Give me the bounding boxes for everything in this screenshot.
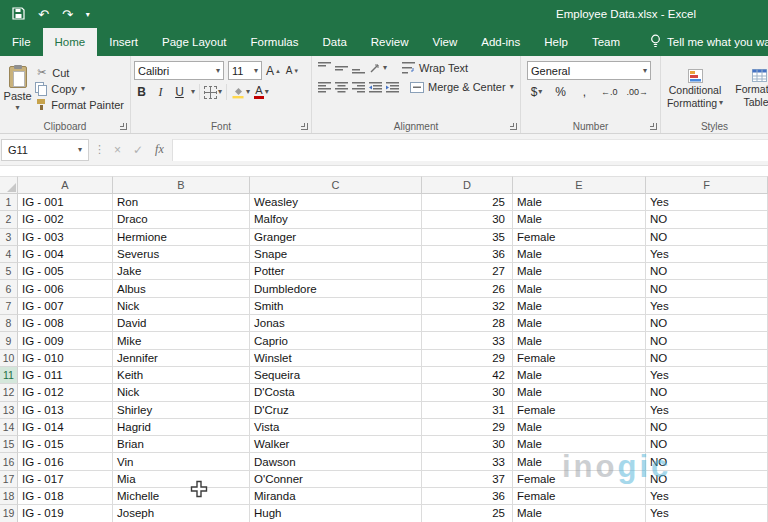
cell-B11[interactable]: Keith xyxy=(113,367,250,384)
font-color-button[interactable]: A▾ xyxy=(254,85,269,99)
cell-A11[interactable]: IG - 011 xyxy=(18,367,113,384)
cell-C6[interactable]: Dumbledore xyxy=(250,280,422,297)
column-header-A[interactable]: A xyxy=(18,176,113,194)
cell-E6[interactable]: Male xyxy=(513,280,646,297)
cell-D13[interactable]: 31 xyxy=(422,402,513,419)
cell-E13[interactable]: Female xyxy=(513,402,646,419)
cell-F10[interactable]: NO xyxy=(646,350,768,367)
formula-bar-handle[interactable]: ⋮ xyxy=(89,143,110,156)
select-all-button[interactable] xyxy=(0,176,18,194)
row-header-8[interactable]: 8 xyxy=(0,315,18,332)
orientation-button[interactable]: ▾ xyxy=(369,62,387,74)
column-header-D[interactable]: D xyxy=(422,176,513,194)
tab-insert[interactable]: Insert xyxy=(97,28,150,56)
underline-dropdown-icon[interactable]: ▾ xyxy=(191,88,195,96)
cell-F2[interactable]: NO xyxy=(646,211,768,228)
number-dialog-launcher-icon[interactable] xyxy=(650,123,657,130)
cell-E4[interactable]: Male xyxy=(513,246,646,263)
row-header-4[interactable]: 4 xyxy=(0,246,18,263)
cell-A5[interactable]: IG - 005 xyxy=(18,263,113,280)
row-header-14[interactable]: 14 xyxy=(0,419,18,436)
cell-D2[interactable]: 30 xyxy=(422,211,513,228)
row-header-9[interactable]: 9 xyxy=(0,332,18,349)
cell-C19[interactable]: Hugh xyxy=(250,505,422,522)
cell-F11[interactable]: Yes xyxy=(646,367,768,384)
cell-A17[interactable]: IG - 017 xyxy=(18,471,113,488)
cell-A14[interactable]: IG - 014 xyxy=(18,419,113,436)
decrease-font-size-button[interactable]: A▼ xyxy=(285,65,300,76)
row-header-5[interactable]: 5 xyxy=(0,263,18,280)
save-icon[interactable] xyxy=(12,7,25,22)
cell-D18[interactable]: 36 xyxy=(422,488,513,505)
tab-team[interactable]: Team xyxy=(580,28,632,56)
cell-B17[interactable]: Mia xyxy=(113,471,250,488)
increase-indent-icon[interactable] xyxy=(386,82,399,93)
increase-font-size-button[interactable]: A▲ xyxy=(266,64,281,78)
cell-E8[interactable]: Male xyxy=(513,315,646,332)
cell-E17[interactable]: Female xyxy=(513,471,646,488)
cell-B1[interactable]: Ron xyxy=(113,194,250,211)
paste-button[interactable]: Paste ▾ xyxy=(3,59,32,118)
cell-F17[interactable]: NO xyxy=(646,471,768,488)
cell-D10[interactable]: 29 xyxy=(422,350,513,367)
cell-C5[interactable]: Potter xyxy=(250,263,422,280)
cell-E3[interactable]: Female xyxy=(513,229,646,246)
cell-D1[interactable]: 25 xyxy=(422,194,513,211)
italic-button[interactable]: I xyxy=(153,85,168,100)
cell-B12[interactable]: Nick xyxy=(113,384,250,401)
cell-C12[interactable]: D'Costa xyxy=(250,384,422,401)
row-header-13[interactable]: 13 xyxy=(0,402,18,419)
comma-style-button[interactable]: , xyxy=(577,85,592,99)
column-header-F[interactable]: F xyxy=(646,176,768,194)
align-middle-icon[interactable] xyxy=(335,62,348,74)
cell-F9[interactable]: NO xyxy=(646,332,768,349)
row-header-2[interactable]: 2 xyxy=(0,211,18,228)
cell-B15[interactable]: Brian xyxy=(113,436,250,453)
bold-button[interactable]: B xyxy=(134,85,149,99)
cell-B8[interactable]: David xyxy=(113,315,250,332)
cell-C17[interactable]: O'Conner xyxy=(250,471,422,488)
cell-F5[interactable]: NO xyxy=(646,263,768,280)
cell-D9[interactable]: 33 xyxy=(422,332,513,349)
row-header-3[interactable]: 3 xyxy=(0,229,18,246)
row-header-17[interactable]: 17 xyxy=(0,471,18,488)
cell-E15[interactable]: Male xyxy=(513,436,646,453)
cell-E19[interactable]: Male xyxy=(513,505,646,522)
tab-file[interactable]: File xyxy=(0,28,43,56)
cell-B9[interactable]: Mike xyxy=(113,332,250,349)
row-header-16[interactable]: 16 xyxy=(0,453,18,470)
borders-button[interactable]: ▾ xyxy=(204,86,222,99)
format-as-table-button[interactable]: Format as Table▾ xyxy=(728,59,768,118)
column-header-B[interactable]: B xyxy=(113,176,250,194)
cell-C3[interactable]: Granger xyxy=(250,229,422,246)
cell-C7[interactable]: Smith xyxy=(250,298,422,315)
decrease-indent-icon[interactable] xyxy=(369,82,382,93)
cell-C2[interactable]: Malfoy xyxy=(250,211,422,228)
cell-F6[interactable]: NO xyxy=(646,280,768,297)
cell-E16[interactable]: Male xyxy=(513,453,646,470)
cell-E12[interactable]: Male xyxy=(513,384,646,401)
accounting-format-button[interactable]: $▾ xyxy=(529,85,544,99)
cell-A15[interactable]: IG - 015 xyxy=(18,436,113,453)
align-right-icon[interactable] xyxy=(352,82,365,93)
align-center-icon[interactable] xyxy=(335,82,348,93)
cell-F4[interactable]: Yes xyxy=(646,246,768,263)
cell-D15[interactable]: 30 xyxy=(422,436,513,453)
cell-F19[interactable]: Yes xyxy=(646,505,768,522)
wrap-text-button[interactable]: Wrap Text xyxy=(399,61,471,75)
cell-C16[interactable]: Dawson xyxy=(250,453,422,470)
cell-D7[interactable]: 32 xyxy=(422,298,513,315)
cell-F15[interactable]: NO xyxy=(646,436,768,453)
cell-D16[interactable]: 33 xyxy=(422,453,513,470)
cell-F7[interactable]: Yes xyxy=(646,298,768,315)
cell-F1[interactable]: Yes xyxy=(646,194,768,211)
cell-E14[interactable]: Male xyxy=(513,419,646,436)
tell-me-box[interactable]: Tell me what you want to do xyxy=(642,28,768,56)
row-header-6[interactable]: 6 xyxy=(0,280,18,297)
cell-B2[interactable]: Draco xyxy=(113,211,250,228)
cell-C11[interactable]: Sequeira xyxy=(250,367,422,384)
name-box[interactable]: G11 ▾ xyxy=(1,139,89,161)
copy-button[interactable]: Copy▾ xyxy=(32,81,127,96)
align-top-icon[interactable] xyxy=(318,62,331,74)
row-header-12[interactable]: 12 xyxy=(0,384,18,401)
